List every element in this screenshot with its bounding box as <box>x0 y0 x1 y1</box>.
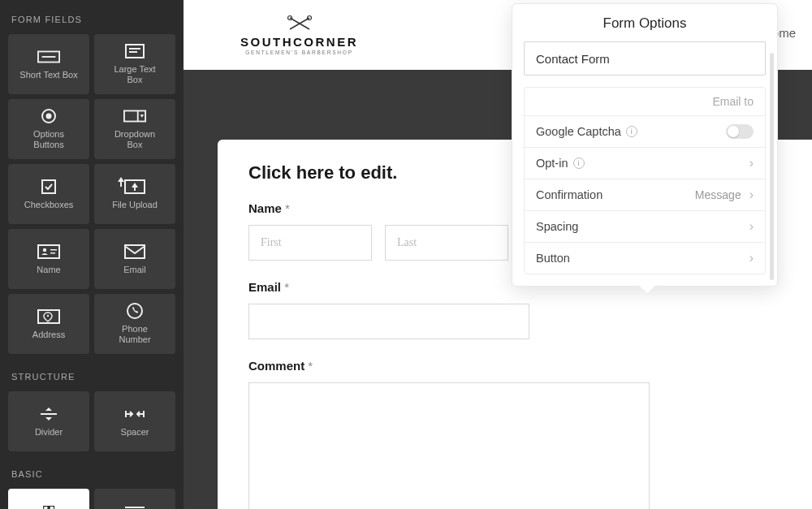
option-email-to[interactable]: Email to <box>525 88 765 115</box>
popover-title: Form Options <box>512 4 777 41</box>
svg-point-17 <box>47 314 49 316</box>
text-lines-icon <box>123 503 146 509</box>
chevron-right-icon: › <box>749 219 754 234</box>
palette-options-buttons[interactable]: Options Buttons <box>8 99 89 159</box>
scissors-icon <box>285 15 314 32</box>
svg-rect-4 <box>129 51 137 53</box>
chevron-right-icon: › <box>749 251 754 265</box>
palette-email[interactable]: Email <box>94 229 175 289</box>
svg-rect-1 <box>42 56 56 58</box>
svg-point-12 <box>43 248 46 251</box>
name-card-icon <box>37 244 60 260</box>
first-name-input[interactable] <box>248 225 372 261</box>
site-logo[interactable]: SOUTHCORNER GENTLEMEN'S BARBERSHOP <box>240 15 358 55</box>
element-palette-sidebar: FORM FIELDS Short Text Box Large Text Bo… <box>0 0 184 509</box>
svg-rect-14 <box>50 252 55 254</box>
palette-title[interactable]: T Title <box>8 489 89 509</box>
svg-rect-19 <box>41 413 57 415</box>
palette-divider[interactable]: Divider <box>8 391 89 451</box>
svg-rect-9 <box>42 180 55 193</box>
palette-name[interactable]: Name <box>8 229 89 289</box>
form-options-list: Email to Google Captcha i Opt-in i › Con… <box>524 87 766 274</box>
form-options-popover: Form Options Email to Google Captcha i O… <box>512 3 778 287</box>
last-name-input[interactable] <box>385 225 508 261</box>
logo-title: SOUTHCORNER <box>240 35 358 49</box>
option-spacing[interactable]: Spacing › <box>525 210 765 242</box>
popover-scrollbar[interactable] <box>770 53 774 280</box>
form-name-input[interactable] <box>524 41 766 75</box>
dropdown-icon <box>123 108 146 124</box>
short-text-box-icon <box>37 49 60 65</box>
phone-icon <box>123 303 146 319</box>
palette-text[interactable]: Text <box>94 489 175 509</box>
palette-spacer[interactable]: Spacer <box>94 391 175 451</box>
option-button[interactable]: Button › <box>525 242 765 274</box>
logo-subtitle: GENTLEMEN'S BARBERSHOP <box>245 50 353 55</box>
svg-rect-15 <box>125 245 145 258</box>
svg-rect-3 <box>129 48 140 50</box>
sidebar-section-structure: STRUCTURE <box>8 365 175 391</box>
chevron-right-icon: › <box>749 156 754 170</box>
palette-phone-number[interactable]: Phone Number <box>94 294 175 354</box>
info-icon[interactable]: i <box>573 157 585 169</box>
chevron-right-icon: › <box>749 188 754 202</box>
sidebar-section-basic: BASIC <box>8 463 175 489</box>
svg-rect-13 <box>50 249 57 251</box>
palette-dropdown-box[interactable]: Dropdown Box <box>94 99 175 159</box>
file-upload-icon <box>123 179 146 195</box>
palette-short-text-box[interactable]: Short Text Box <box>8 34 89 94</box>
email-input[interactable] <box>248 304 529 339</box>
captcha-toggle[interactable] <box>726 124 754 139</box>
large-text-box-icon <box>123 43 146 59</box>
palette-file-upload[interactable]: File Upload <box>94 164 175 224</box>
checkbox-icon <box>37 179 60 195</box>
svg-point-25 <box>299 23 300 24</box>
palette-checkboxes[interactable]: Checkboxes <box>8 164 89 224</box>
divider-icon <box>37 406 60 422</box>
spacer-icon <box>123 406 146 422</box>
svg-rect-11 <box>38 245 59 258</box>
palette-address[interactable]: Address <box>8 294 89 354</box>
svg-rect-8 <box>137 111 139 122</box>
sidebar-section-form-fields: FORM FIELDS <box>8 8 175 34</box>
radio-button-icon <box>37 108 60 124</box>
svg-point-6 <box>46 114 52 119</box>
envelope-icon <box>123 244 146 260</box>
option-google-captcha[interactable]: Google Captcha i <box>525 115 765 147</box>
svg-rect-20 <box>125 507 145 508</box>
comment-field-label: Comment * <box>248 359 781 373</box>
palette-large-text-box[interactable]: Large Text Box <box>94 34 175 94</box>
option-optin[interactable]: Opt-in i › <box>525 147 765 179</box>
info-icon[interactable]: i <box>626 126 637 137</box>
address-icon <box>37 308 60 325</box>
comment-textarea[interactable] <box>248 382 650 509</box>
title-icon: T <box>37 503 60 509</box>
option-confirmation[interactable]: Confirmation Message› <box>525 179 765 210</box>
